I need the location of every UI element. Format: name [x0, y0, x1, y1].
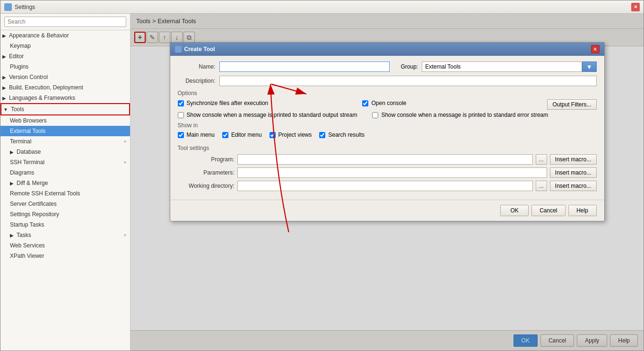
parameters-row: Parameters: Insert macro... — [178, 167, 597, 178]
main-menu-checkbox[interactable] — [178, 132, 184, 138]
working-dir-label: Working directory: — [178, 183, 235, 189]
output-filters-button[interactable]: Output Filters... — [547, 99, 596, 110]
sidebar-item-build[interactable]: ▶ Build, Execution, Deployment — [0, 82, 130, 93]
dialog-title: Create Tool — [184, 46, 215, 53]
sidebar-item-diff-merge[interactable]: ▶ Diff & Merge — [0, 178, 130, 188]
editor-menu-checkbox[interactable] — [222, 132, 228, 138]
show-console-msg-checkbox[interactable] — [178, 112, 184, 118]
sidebar-item-settings-repo[interactable]: Settings Repository — [0, 209, 130, 219]
program-browse-button[interactable]: … — [536, 154, 547, 165]
search-results-checkbox[interactable] — [319, 132, 325, 138]
sidebar-item-startup-tasks[interactable]: Startup Tasks — [0, 219, 130, 230]
editor-menu-row: Editor menu — [222, 132, 262, 138]
project-views-checkbox[interactable] — [270, 132, 276, 138]
sidebar-label-plugins: Plugins — [10, 63, 28, 70]
description-row: Description: — [178, 76, 597, 86]
sidebar-item-keymap[interactable]: Keymap — [0, 41, 130, 51]
working-dir-macro-button[interactable]: Insert macro... — [550, 181, 597, 191]
options-title: Options — [178, 90, 597, 97]
dialog-icon — [175, 46, 182, 53]
sidebar-item-web-browsers[interactable]: Web Browsers — [0, 115, 130, 126]
dialog-close-button[interactable]: ✕ — [591, 45, 600, 53]
sidebar-item-ssh-terminal[interactable]: SSH Terminal ≡ — [0, 157, 130, 167]
expand-arrow: ▶ — [2, 33, 6, 38]
sidebar-item-terminal[interactable]: Terminal ≡ — [0, 136, 130, 147]
description-input[interactable] — [219, 76, 597, 86]
sidebar-label-web-services: Web Services — [10, 242, 45, 249]
sidebar-item-remote-ssh[interactable]: Remote SSH External Tools — [0, 188, 130, 199]
window-title: Settings — [15, 4, 35, 10]
search-input[interactable] — [4, 17, 126, 27]
sidebar-label-remote-ssh: Remote SSH External Tools — [10, 190, 80, 197]
expand-arrow-tools: ▼ — [3, 107, 8, 112]
search-results-label: Search results — [328, 132, 365, 138]
terminal-hint-icon: ≡ — [124, 139, 126, 144]
sidebar-label-startup-tasks: Startup Tasks — [10, 221, 44, 228]
sidebar-item-appearance[interactable]: ▶ Appearance & Behavior — [0, 30, 130, 41]
sidebar-item-tasks[interactable]: ▶ Tasks ≡ — [0, 230, 130, 240]
window-close-button[interactable]: ✕ — [631, 3, 640, 11]
dialog-cancel-button[interactable]: Cancel — [531, 205, 565, 216]
expand-arrow-diff: ▶ — [10, 181, 14, 186]
dialog-help-button[interactable]: Help — [568, 205, 597, 216]
description-label: Description: — [178, 78, 216, 84]
sidebar-item-external-tools[interactable]: External Tools — [0, 126, 130, 136]
sidebar-item-web-services[interactable]: Web Services — [0, 240, 130, 251]
sidebar-item-plugins[interactable]: Plugins — [0, 61, 130, 72]
sync-files-checkbox[interactable] — [178, 100, 184, 106]
project-views-row: Project views — [270, 132, 312, 138]
working-dir-input[interactable] — [237, 181, 533, 191]
expand-arrow-build: ▶ — [2, 85, 6, 90]
open-console-checkbox[interactable] — [362, 100, 368, 106]
editor-menu-label: Editor menu — [231, 132, 262, 138]
show-console-err-checkbox[interactable] — [372, 112, 378, 118]
sidebar-label-terminal: Terminal — [10, 138, 31, 145]
working-dir-row: Working directory: … Insert macro... — [178, 181, 597, 191]
project-views-label: Project views — [278, 132, 312, 138]
dialog-footer: OK Cancel Help — [170, 200, 604, 221]
expand-arrow-lang: ▶ — [2, 96, 6, 101]
sidebar-item-server-certs[interactable]: Server Certificates — [0, 199, 130, 209]
expand-arrow-db: ▶ — [10, 149, 14, 155]
program-macro-button[interactable]: Insert macro... — [550, 154, 597, 165]
settings-icon — [4, 3, 12, 11]
parameters-macro-button[interactable]: Insert macro... — [550, 167, 597, 178]
sidebar-item-tools[interactable]: ▼ Tools — [0, 103, 130, 115]
group-dropdown-button[interactable]: ▼ — [582, 61, 597, 72]
sidebar-item-version-control[interactable]: ▶ Version Control — [0, 72, 130, 82]
parameters-input[interactable] — [237, 167, 547, 178]
show-in-title: Show in — [178, 122, 597, 129]
sidebar-label-lang: Languages & Frameworks — [9, 95, 75, 101]
search-results-row: Search results — [319, 132, 365, 138]
sidebar-label-vc: Version Control — [9, 74, 48, 80]
settings-window: Settings ✕ ▶ Appearance & Behavior Keyma… — [0, 0, 644, 351]
expand-arrow-editor: ▶ — [2, 54, 6, 59]
expand-arrow-vc: ▶ — [2, 75, 6, 80]
group-label: Group: — [401, 63, 418, 70]
sidebar-item-editor[interactable]: ▶ Editor — [0, 51, 130, 61]
sidebar-label-keymap: Keymap — [10, 43, 31, 49]
sidebar-label-ssh: SSH Terminal — [10, 159, 44, 166]
sidebar-label-tools: Tools — [11, 106, 24, 113]
main-menu-label: Main menu — [187, 132, 215, 138]
show-in-row: Main menu Editor menu Project views — [178, 132, 597, 141]
sidebar-label-diagrams: Diagrams — [10, 169, 34, 176]
dialog-ok-button[interactable]: OK — [500, 205, 529, 216]
sync-files-row: Synchronize files after execution — [178, 100, 359, 106]
sidebar-label-web-browsers: Web Browsers — [10, 117, 47, 124]
sidebar-item-xpath[interactable]: XPath Viewer — [0, 251, 130, 261]
title-bar: Settings ✕ — [0, 0, 644, 14]
program-input[interactable] — [237, 154, 533, 165]
sync-files-label: Synchronize files after execution — [187, 100, 269, 106]
sidebar-label-build: Build, Execution, Deployment — [9, 84, 83, 91]
name-input[interactable] — [219, 61, 390, 72]
sidebar-item-database[interactable]: ▶ Database — [0, 147, 130, 157]
sidebar-label-xpath: XPath Viewer — [10, 253, 44, 259]
working-dir-browse-button[interactable]: … — [536, 181, 547, 191]
sidebar-item-languages[interactable]: ▶ Languages & Frameworks — [0, 93, 130, 103]
tool-settings-title: Tool settings — [178, 145, 597, 151]
create-tool-dialog: Create Tool ✕ Name: Group: — [170, 42, 605, 221]
tasks-hint-icon: ≡ — [124, 233, 126, 237]
sidebar-item-diagrams[interactable]: Diagrams — [0, 167, 130, 178]
group-input[interactable] — [422, 61, 582, 72]
